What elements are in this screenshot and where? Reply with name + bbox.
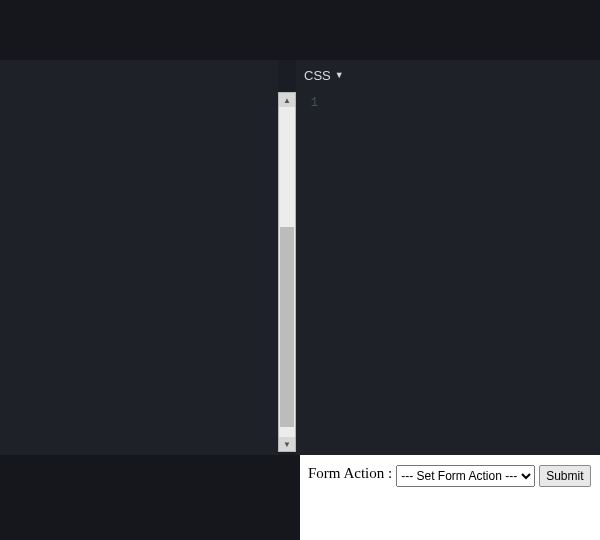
editor-tab-row: CSS ▼ xyxy=(296,60,600,90)
right-editor-pane: CSS ▼ 1 xyxy=(296,60,600,455)
bottom-left-panel xyxy=(0,455,300,540)
tab-css-label: CSS xyxy=(304,68,331,83)
form-action-select[interactable]: --- Set Form Action --- xyxy=(396,465,535,487)
top-header-bar xyxy=(0,0,600,60)
code-body[interactable] xyxy=(326,90,600,455)
submit-button[interactable]: Submit xyxy=(539,465,590,487)
line-number-gutter: 1 xyxy=(296,90,326,455)
dropdown-triangle-icon: ▼ xyxy=(335,70,344,80)
scroll-track[interactable] xyxy=(279,107,295,437)
line-number-1: 1 xyxy=(296,96,318,110)
scroll-thumb[interactable] xyxy=(280,227,294,427)
code-editor[interactable]: 1 xyxy=(296,90,600,455)
left-editor-pane xyxy=(0,60,278,455)
vertical-scrollbar[interactable]: ▲ ▼ xyxy=(278,92,296,452)
form-action-label: Form Action : xyxy=(308,465,392,482)
bottom-row: Form Action : --- Set Form Action --- Su… xyxy=(0,455,600,540)
scroll-down-arrow-icon[interactable]: ▼ xyxy=(279,437,295,451)
scroll-up-arrow-icon[interactable]: ▲ xyxy=(279,93,295,107)
main-editor-row: ▲ ▼ CSS ▼ 1 xyxy=(0,60,600,455)
tab-css[interactable]: CSS ▼ xyxy=(304,68,344,83)
output-preview-panel: Form Action : --- Set Form Action --- Su… xyxy=(300,455,600,540)
